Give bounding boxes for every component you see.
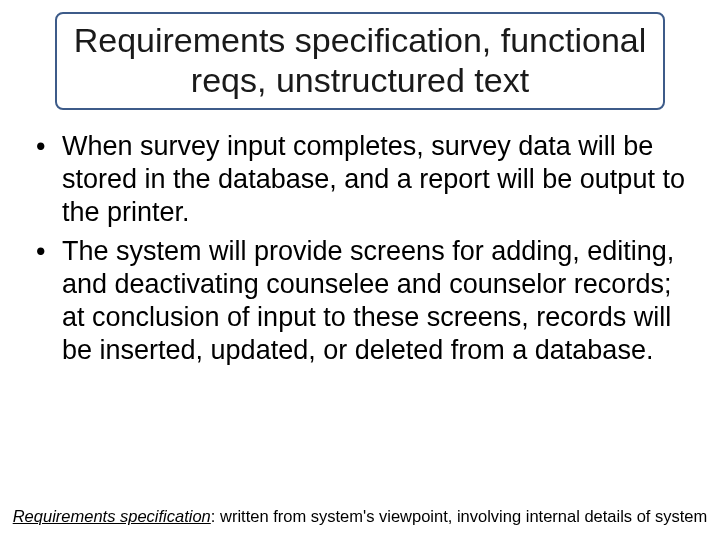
list-item: The system will provide screens for addi… (28, 235, 692, 367)
footer-note: Requirements specification: written from… (0, 507, 720, 526)
bullet-list-container: When survey input completes, survey data… (28, 130, 692, 373)
slide-title: Requirements specification, functional r… (71, 20, 649, 100)
footer-rest: : written from system's viewpoint, invol… (211, 507, 708, 525)
bullet-text: When survey input completes, survey data… (62, 131, 685, 227)
footer-term: Requirements specification (13, 507, 211, 525)
bullet-list: When survey input completes, survey data… (28, 130, 692, 367)
list-item: When survey input completes, survey data… (28, 130, 692, 229)
slide-title-box: Requirements specification, functional r… (55, 12, 665, 110)
bullet-text: The system will provide screens for addi… (62, 236, 674, 365)
